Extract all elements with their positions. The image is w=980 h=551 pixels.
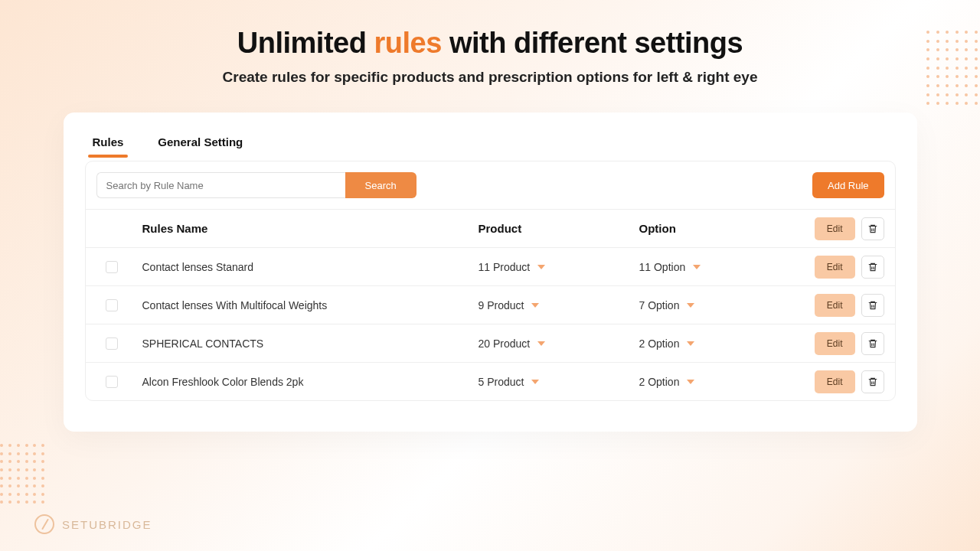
chevron-down-icon[interactable] xyxy=(537,265,545,269)
tab-general-setting[interactable]: General Setting xyxy=(158,131,243,156)
brand-footer: SETUBRIDGE xyxy=(34,514,152,534)
product-count: 5 Product xyxy=(479,376,524,388)
chevron-down-icon[interactable] xyxy=(687,303,694,308)
option-count: 2 Option xyxy=(639,376,680,388)
page-subtitle: Create rules for specific products and p… xyxy=(0,69,980,86)
rule-name-cell: Alcon Freshlook Color Blends 2pk xyxy=(142,376,479,388)
chevron-down-icon[interactable] xyxy=(531,380,539,384)
product-count: 20 Product xyxy=(479,337,531,350)
delete-button[interactable] xyxy=(861,217,884,240)
row-checkbox[interactable] xyxy=(106,376,118,388)
col-option: Option xyxy=(639,222,792,235)
edit-button[interactable]: Edit xyxy=(815,332,855,355)
decorative-dots-top-right xyxy=(926,31,980,107)
chevron-down-icon[interactable] xyxy=(693,265,701,269)
option-count: 7 Option xyxy=(639,299,680,311)
chevron-down-icon[interactable] xyxy=(687,380,694,384)
product-count: 11 Product xyxy=(479,261,531,273)
trash-icon xyxy=(867,338,878,349)
trash-icon xyxy=(867,223,878,234)
table-header: Rules Name Product Option Edit xyxy=(86,209,895,247)
decorative-dots-bottom-left xyxy=(0,444,46,505)
option-count: 11 Option xyxy=(639,261,686,273)
rule-name-cell: Contact lenses Stanard xyxy=(142,261,479,273)
trash-icon xyxy=(867,262,878,272)
table-row: Alcon Freshlook Color Blends 2pk5 Produc… xyxy=(86,362,895,400)
row-checkbox[interactable] xyxy=(106,299,118,311)
rules-card: Rules General Setting Search Add Rule Ru… xyxy=(64,112,917,432)
chevron-down-icon[interactable] xyxy=(531,303,539,308)
option-count: 2 Option xyxy=(639,337,680,350)
delete-button[interactable] xyxy=(861,370,884,393)
edit-button[interactable]: Edit xyxy=(815,370,855,393)
row-checkbox[interactable] xyxy=(106,337,118,350)
page-title: Unlimited rules with different settings xyxy=(0,27,980,60)
trash-icon xyxy=(867,377,878,387)
rules-panel: Search Add Rule Rules Name Product Optio… xyxy=(85,161,896,401)
col-rules-name: Rules Name xyxy=(142,222,479,235)
table-row: SPHERICAL CONTACTS20 Product2 OptionEdit xyxy=(86,324,895,362)
rule-name-cell: Contact lenses With Multifocal Weights xyxy=(142,299,479,311)
edit-button[interactable]: Edit xyxy=(815,256,855,279)
delete-button[interactable] xyxy=(861,332,884,355)
edit-button[interactable]: Edit xyxy=(815,294,855,317)
table-row: Contact lenses Stanard11 Product11 Optio… xyxy=(86,247,895,285)
tab-rules[interactable]: Rules xyxy=(93,131,124,156)
chevron-down-icon[interactable] xyxy=(537,341,545,346)
product-count: 9 Product xyxy=(479,299,524,311)
edit-button[interactable]: Edit xyxy=(815,217,855,240)
col-product: Product xyxy=(479,222,639,235)
delete-button[interactable] xyxy=(861,294,884,317)
add-rule-button[interactable]: Add Rule xyxy=(812,172,884,198)
brand-name: SETUBRIDGE xyxy=(62,518,152,531)
chevron-down-icon[interactable] xyxy=(687,341,694,346)
delete-button[interactable] xyxy=(861,256,884,279)
rule-name-cell: SPHERICAL CONTACTS xyxy=(142,337,479,350)
table-row: Contact lenses With Multifocal Weights9 … xyxy=(86,285,895,324)
brand-logo-icon xyxy=(34,514,54,534)
search-input[interactable] xyxy=(96,172,345,198)
search-button[interactable]: Search xyxy=(345,172,416,198)
row-checkbox[interactable] xyxy=(106,261,118,273)
trash-icon xyxy=(867,300,878,311)
